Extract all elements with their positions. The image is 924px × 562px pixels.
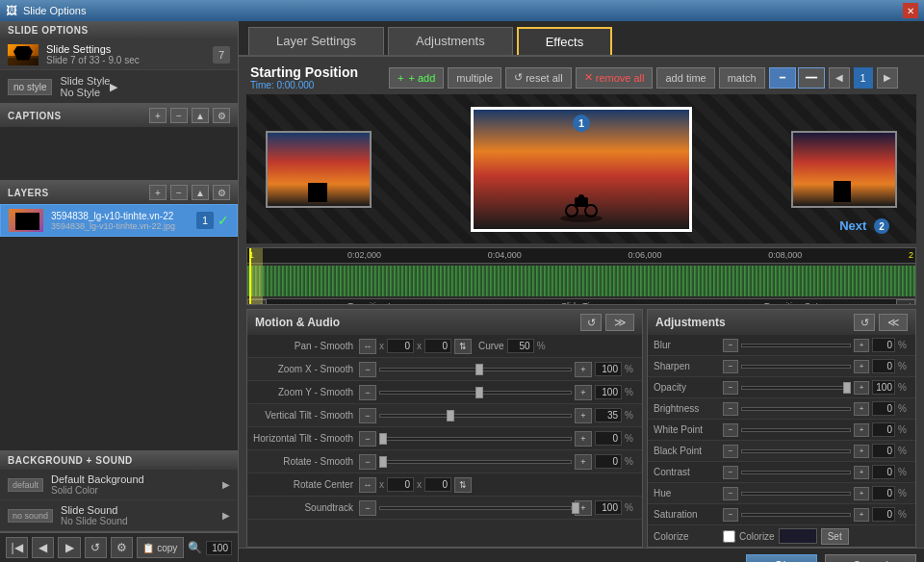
layers-settings-button[interactable]: ⚙ bbox=[213, 185, 230, 200]
right-panel: Layer Settings Adjustments Effects Start… bbox=[239, 21, 924, 562]
layers-move-button[interactable]: ▲ bbox=[192, 185, 209, 200]
rc-link-button[interactable]: ↔ bbox=[359, 477, 376, 493]
sat-plus-btn[interactable]: + bbox=[854, 508, 869, 522]
zoomy-plus-btn[interactable]: + bbox=[575, 385, 592, 400]
zoomx-slider[interactable] bbox=[379, 363, 572, 376]
play-button[interactable]: ▶ bbox=[58, 537, 80, 558]
brightness-plus-btn[interactable]: + bbox=[854, 402, 869, 416]
no-sound-item[interactable]: no sound Slide Sound No Slide Sound ▶ bbox=[0, 500, 238, 531]
motion-expand-button[interactable]: ≫ bbox=[605, 314, 634, 331]
rotate-plus-btn[interactable]: + bbox=[575, 454, 592, 470]
vtilt-minus-btn[interactable]: − bbox=[359, 408, 376, 423]
rc-arrows-button[interactable]: ⇅ bbox=[454, 477, 472, 493]
sharpen-plus-btn[interactable]: + bbox=[854, 360, 869, 373]
opacity-slider[interactable] bbox=[741, 381, 851, 395]
zoomy-slider[interactable] bbox=[379, 386, 572, 399]
motion-reset-button[interactable]: ↺ bbox=[580, 314, 602, 331]
sat-minus-btn[interactable]: − bbox=[723, 508, 738, 522]
close-button[interactable]: ✕ bbox=[903, 3, 918, 18]
view-btn-1[interactable]: ━ bbox=[769, 67, 796, 89]
timeline-thumb[interactable] bbox=[249, 248, 263, 304]
hue-slider[interactable] bbox=[741, 487, 851, 500]
prev-keyframe-button[interactable]: ◀ bbox=[829, 67, 850, 89]
colorize-set-button[interactable]: Set bbox=[821, 528, 849, 545]
rc-x-label: x bbox=[379, 479, 384, 490]
settings2-button[interactable]: ⚙ bbox=[111, 537, 133, 558]
multiple-button[interactable]: multiple bbox=[448, 67, 501, 89]
sharpen-slider[interactable] bbox=[741, 360, 851, 373]
add-button[interactable]: + + add bbox=[389, 67, 444, 89]
zoomx-value: 100 bbox=[595, 362, 622, 376]
blur-minus-btn[interactable]: − bbox=[723, 339, 738, 352]
rotate-minus-btn[interactable]: − bbox=[359, 454, 376, 470]
opacity-plus-btn[interactable]: + bbox=[854, 381, 869, 395]
bp-minus-btn[interactable]: − bbox=[723, 445, 738, 458]
tab-layer-settings[interactable]: Layer Settings bbox=[248, 27, 384, 55]
layers-add-button[interactable]: + bbox=[149, 185, 167, 200]
rotate-slider[interactable] bbox=[379, 455, 572, 469]
preview-area: 1 bbox=[246, 94, 916, 243]
default-bg-item[interactable]: default Default Background Solid Color ▶ bbox=[0, 470, 238, 500]
loop-button[interactable]: ↺ bbox=[85, 537, 107, 558]
wp-minus-btn[interactable]: − bbox=[723, 423, 738, 437]
pan-link-button[interactable]: ↔ bbox=[359, 339, 376, 354]
colorize-checkbox[interactable] bbox=[723, 530, 735, 543]
slide-settings-item[interactable]: Slide Settings Slide 7 of 33 - 9.0 sec 7 bbox=[0, 39, 238, 70]
vtilt-track bbox=[379, 414, 572, 418]
blur-slider[interactable] bbox=[741, 339, 851, 352]
contrast-slider[interactable] bbox=[741, 466, 851, 479]
slide-style-item[interactable]: no style Slide Style No Style ▶ bbox=[0, 70, 238, 103]
zoomy-minus-btn[interactable]: − bbox=[359, 385, 376, 400]
slide-time-label: Slide Time bbox=[476, 301, 686, 306]
copy-button[interactable]: 📋 copy bbox=[137, 537, 184, 558]
prev-start-button[interactable]: |◀ bbox=[6, 537, 28, 558]
brightness-slider[interactable] bbox=[741, 402, 851, 416]
captions-move-up-button[interactable]: ▲ bbox=[192, 108, 209, 123]
st-slider[interactable] bbox=[379, 501, 572, 515]
htilt-minus-btn[interactable]: − bbox=[359, 431, 376, 447]
next-keyframe-button[interactable]: ▶ bbox=[877, 67, 898, 89]
captions-add-button[interactable]: + bbox=[149, 108, 167, 123]
prev-button[interactable]: ◀ bbox=[32, 537, 54, 558]
adj-reset-button[interactable]: ↺ bbox=[854, 314, 875, 331]
cancel-button[interactable]: Cancel bbox=[825, 554, 916, 562]
pan-arrows-button[interactable]: ⇅ bbox=[454, 339, 472, 354]
wp-plus-btn[interactable]: + bbox=[854, 423, 869, 437]
captions-remove-button[interactable]: − bbox=[170, 108, 188, 123]
reset-all-button[interactable]: ↺ reset all bbox=[505, 67, 572, 89]
vtilt-slider[interactable] bbox=[379, 409, 572, 422]
opacity-minus-btn[interactable]: − bbox=[723, 381, 738, 395]
zoomx-plus-btn[interactable]: + bbox=[575, 362, 592, 377]
view-buttons: ━ ━━ bbox=[769, 67, 825, 89]
tab-effects[interactable]: Effects bbox=[517, 27, 613, 55]
st-minus-btn[interactable]: − bbox=[359, 500, 376, 516]
captions-settings-button[interactable]: ⚙ bbox=[213, 108, 230, 123]
vtilt-plus-btn[interactable]: + bbox=[575, 408, 592, 423]
ok-button[interactable]: Ok bbox=[746, 554, 816, 562]
add-time-button[interactable]: add time bbox=[656, 67, 714, 89]
adj-expand-button[interactable]: ≪ bbox=[879, 314, 908, 331]
hue-plus-btn[interactable]: + bbox=[854, 487, 869, 500]
param-pan-controls: ↔ x 0 x 0 ⇅ Curve 50 % bbox=[359, 339, 636, 354]
contrast-minus-btn[interactable]: − bbox=[723, 466, 738, 479]
wp-slider[interactable] bbox=[741, 423, 851, 437]
remove-all-button[interactable]: ✕ remove all bbox=[576, 67, 654, 89]
bp-plus-btn[interactable]: + bbox=[854, 445, 869, 458]
htilt-plus-btn[interactable]: + bbox=[575, 431, 592, 447]
blur-plus-btn[interactable]: + bbox=[854, 339, 869, 352]
brightness-minus-btn[interactable]: − bbox=[723, 402, 738, 416]
zoomx-minus-btn[interactable]: − bbox=[359, 362, 376, 377]
tab-adjustments[interactable]: Adjustments bbox=[388, 27, 513, 55]
match-button[interactable]: match bbox=[719, 67, 765, 89]
bp-slider[interactable] bbox=[741, 445, 851, 458]
sat-slider[interactable] bbox=[741, 508, 851, 522]
sharpen-minus-btn[interactable]: − bbox=[723, 360, 738, 373]
layer-item[interactable]: 3594838_lg-v10-tinhte.vn-22 3594838_lg-v… bbox=[0, 204, 238, 237]
htilt-slider[interactable] bbox=[379, 432, 572, 446]
st-value: 100 bbox=[595, 500, 622, 515]
layers-remove-button[interactable]: − bbox=[170, 185, 188, 200]
contrast-plus-btn[interactable]: + bbox=[854, 466, 869, 479]
colorize-swatch[interactable] bbox=[779, 528, 817, 544]
hue-minus-btn[interactable]: − bbox=[723, 487, 738, 500]
view-btn-2[interactable]: ━━ bbox=[798, 67, 825, 89]
